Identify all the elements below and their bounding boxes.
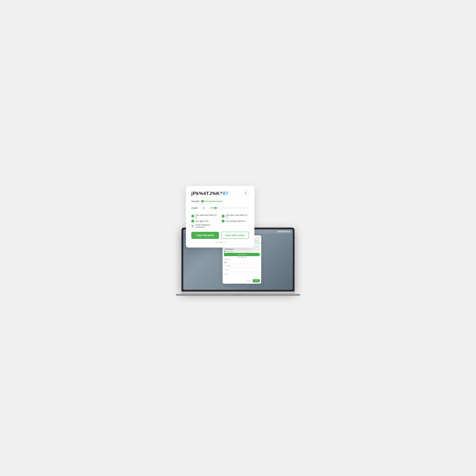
generated-password: jPk%4TJ%K^87 [191, 191, 228, 196]
scene: jPk%4TJ%K^87 ↻ Strength: ✓ Strong Passwo… [177, 177, 299, 299]
slider-thumb[interactable] [214, 206, 217, 209]
ownership-input[interactable] [224, 264, 260, 267]
website-url-field-row: Website URL * [224, 259, 260, 260]
strength-value: ✓ Strong Password [201, 200, 222, 203]
ownership-field-row [224, 264, 260, 267]
copy-password-modal-button[interactable]: Copy Password [224, 253, 260, 256]
refresh-password-button[interactable]: ↻ [243, 190, 249, 196]
generator-footer: https://locker.io [191, 241, 249, 243]
website-url-label: Website URL * [224, 259, 260, 260]
digits-check-icon: ✓ [191, 220, 194, 222]
option-symbols[interactable]: ✓ Use symbols (@! $% *) [222, 220, 249, 222]
symbols-check-icon: ✓ [222, 220, 225, 222]
strength-row: Strength: ✓ Strong Password [191, 200, 249, 203]
generated-password-row-modal: jPk%4TJ%K^87 ↻ [224, 248, 260, 251]
other-section: Other [224, 261, 260, 276]
folder-input[interactable] [224, 268, 260, 271]
strong-badge: Strong Password [224, 251, 260, 252]
ambiguous-check-icon [191, 224, 194, 227]
user-badge: jadedanonymous.io [277, 230, 291, 233]
notes-input[interactable] [224, 272, 260, 275]
option-avoid-ambiguous[interactable]: Avoid ambiguous characters [191, 224, 219, 228]
eye-icon[interactable]: 👁 [258, 244, 260, 245]
length-value-box[interactable]: 12 [200, 205, 207, 210]
lowercase-check-icon: ✓ [222, 215, 225, 218]
option-lowercase[interactable]: ✓ Use lower case letters (A-Z) [222, 214, 249, 218]
chevron-down-icon [245, 257, 246, 258]
notes-field-row [224, 272, 260, 276]
save-with-locker-button[interactable]: Save with Locker [221, 232, 249, 239]
save-button[interactable]: Save [253, 279, 260, 283]
generated-pw-display: jPk%4TJ%K^87 [224, 248, 256, 251]
macbook-bottom: MacBook Air [176, 294, 300, 296]
generated-password-row: jPk%4TJ%K^87 ↻ [191, 190, 249, 196]
other-label: Other [224, 262, 260, 263]
password-options: ✓ Use uppercase letters (A-Z) ✓ Use lowe… [191, 214, 249, 228]
show-options-row[interactable]: Show Options [224, 257, 260, 258]
option-digits[interactable]: ✓ Use digits (0-9) [191, 220, 219, 222]
folder-field-row [224, 268, 260, 271]
copy-password-button[interactable]: Copy Password [191, 232, 219, 239]
cancel-button[interactable]: Cancel [245, 279, 252, 283]
modal-close-button[interactable]: × [257, 237, 260, 239]
length-slider[interactable] [210, 206, 249, 209]
pw-generator-popup: jPk%4TJ%K^87 ↻ Strength: ✓ Strong Passwo… [186, 186, 254, 248]
option-uppercase[interactable]: ✓ Use uppercase letters (A-Z) [191, 214, 219, 218]
macbook-label: MacBook Air [234, 294, 242, 296]
strength-check-icon: ✓ [201, 200, 204, 203]
length-row: Length 12 [191, 205, 249, 210]
uppercase-check-icon: ✓ [191, 215, 194, 218]
generator-action-buttons: Copy Password Save with Locker [191, 232, 249, 239]
modal-footer: Cancel Save [222, 278, 261, 284]
strong-check-icon [224, 251, 225, 252]
refresh-generated-button[interactable]: ↻ [257, 248, 260, 251]
macbook-base [182, 291, 294, 294]
